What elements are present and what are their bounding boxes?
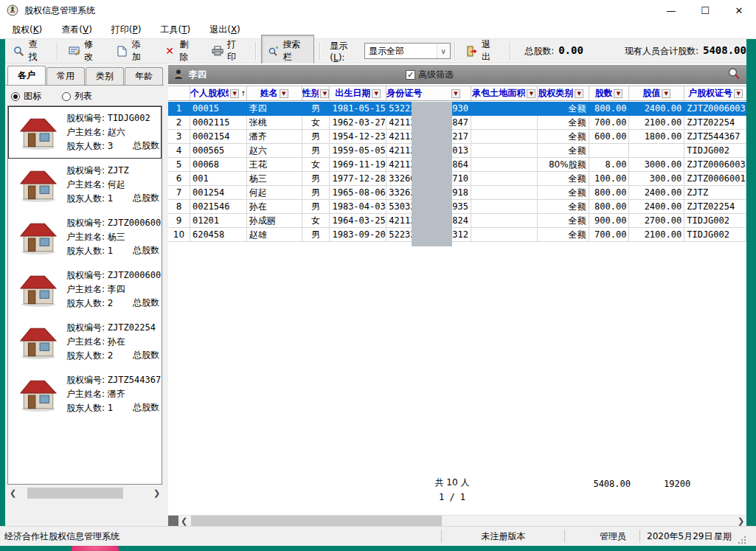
filter-dropdown-icon[interactable]: ▼ (320, 89, 329, 98)
column-header-7[interactable]: 股权类别▼ (538, 86, 589, 100)
household-card[interactable]: 股权编号: ZJTZ544367户主姓名: 潘齐股东人数: 1总股数 (8, 368, 162, 420)
column-header-6[interactable]: 承包土地面积▼ (471, 86, 538, 100)
filter-dropdown-icon[interactable]: ▼ (734, 89, 743, 98)
filter-dropdown-icon[interactable]: ▼ (451, 89, 460, 98)
table-cell: 孙在 (247, 200, 302, 214)
delete-button[interactable]: ✕ 删除 (158, 35, 203, 67)
minimize-button[interactable]: — (654, 0, 688, 21)
household-card[interactable]: 股权编号: ZJTZ02254户主姓名: 孙在股东人数: 2总股数 (8, 316, 162, 368)
table-row[interactable]: 80021546孙在男1983-04-03530321935全额800.0024… (168, 200, 746, 214)
filter-dropdown-icon[interactable]: ▼ (662, 89, 670, 98)
advanced-filter[interactable]: ✓ 高级筛选 (406, 69, 454, 81)
column-header-1[interactable]: 个人股权编号▼↑ (190, 86, 247, 100)
filter-dropdown-icon[interactable]: ▼ (372, 89, 381, 98)
print-button[interactable]: 打印 (205, 35, 250, 67)
table-cell: 1965-08-06 (330, 186, 386, 200)
sidebar-tab-类别[interactable]: 类别 (86, 67, 124, 85)
column-header-label: 股值 (642, 87, 660, 100)
table-cell: 全额 (538, 200, 589, 214)
card-code-line: 股权编号: ZJTZ0006001 (66, 216, 162, 230)
scroll-right-icon[interactable]: ❯ (151, 488, 162, 499)
display-dropdown[interactable]: 显示全部 ∨ (364, 43, 450, 59)
scroll-track[interactable] (190, 516, 735, 527)
table-cell: 001254 (190, 186, 247, 200)
table-cell: ZJTZ02254 (684, 200, 746, 214)
column-header-8[interactable]: 股数▼ (589, 86, 630, 100)
scroll-track[interactable] (18, 488, 151, 499)
search-bar-toggle[interactable]: 搜索栏 (261, 35, 314, 67)
table-cell: 1983-04-03 (330, 200, 386, 214)
exit-button[interactable]: 退出 (460, 35, 505, 67)
scroll-thumb[interactable] (191, 516, 442, 527)
view-option-list[interactable]: 列表 (62, 90, 92, 103)
house-icon (19, 325, 58, 359)
card-count-line: 股东人数: 1 (66, 192, 129, 206)
table-cell: 潘齐 (247, 130, 302, 144)
card-owner-line: 户主姓名: 何起 (66, 178, 129, 192)
filter-dropdown-icon[interactable]: ▼ (230, 89, 239, 98)
table-row[interactable]: 100015李四男1981-05-15532221930全额800.002400… (168, 102, 746, 116)
table-row[interactable]: 7001254何起男1965-08-06332622918全额800.00240… (168, 186, 746, 200)
table-cell: 3000.00 (629, 158, 684, 172)
exit-label: 退出 (482, 38, 499, 63)
filter-dropdown-icon[interactable]: ▼ (280, 89, 288, 98)
table-cell: 全额 (538, 186, 589, 200)
app-icon (7, 4, 18, 16)
modify-button[interactable]: 修改 (63, 35, 108, 67)
table-row[interactable]: 901201孙成丽女1964-03-25421122824全额900.00270… (168, 214, 746, 228)
household-card[interactable]: 股权编号: ZJTZ户主姓名: 何起股东人数: 1总股数 (8, 159, 162, 211)
sidebar-tab-常用[interactable]: 常用 (46, 67, 85, 85)
delete-label: 删除 (179, 38, 196, 63)
household-card-list: 股权编号: TIDJG002户主姓名: 赵六股东人数: 3总股数股权编号: ZJ… (7, 105, 162, 485)
resize-grip[interactable] (738, 536, 746, 544)
table-cell: 900.00 (589, 214, 630, 228)
advanced-filter-checkbox[interactable]: ✓ (406, 70, 415, 80)
magnifier-icon[interactable] (727, 67, 741, 80)
table-cell: 7 (168, 186, 190, 200)
household-card[interactable]: 股权编号: ZJTZ0006003户主姓名: 李四股东人数: 2总股数 (8, 263, 162, 316)
table-cell: 1 (168, 102, 190, 116)
close-button[interactable]: ✕ (722, 0, 756, 21)
table-row[interactable]: 500068王花女1969-11-1942112286480%股额8.00300… (168, 158, 746, 172)
filter-dropdown-icon[interactable]: ▼ (527, 89, 535, 98)
column-header-2[interactable]: 姓名▼ (247, 86, 302, 100)
column-header-9[interactable]: 股值▼ (629, 86, 684, 100)
table-cell (471, 200, 538, 214)
status-user: 管理员 (586, 530, 639, 543)
column-header-3[interactable]: 性别▼ (302, 86, 330, 100)
table-row[interactable]: 6001杨三男1977-12-28332604710全额100.00300.00… (168, 172, 746, 186)
table-row[interactable]: 4000565赵六男1959-05-05421120013全额TIDJG002 (168, 144, 746, 158)
table-row[interactable]: 30002154潘齐男1954-12-23421123217全额600.0018… (168, 130, 746, 144)
sidebar-horizontal-scrollbar[interactable]: ❮ ❯ (7, 488, 162, 499)
table-cell: 杨三 (247, 172, 302, 186)
card-code-line: 股权编号: ZJTZ (66, 164, 129, 178)
scroll-right-icon[interactable]: ❯ (735, 516, 746, 527)
table-cell (471, 116, 538, 130)
table-row[interactable]: 10620458赵雄男1983-09-20522321312全额700.0021… (168, 228, 746, 242)
household-card[interactable]: 股权编号: TIDJG002户主姓名: 赵六股东人数: 3总股数 (8, 106, 162, 159)
sidebar-tab-各户[interactable]: 各户 (7, 66, 46, 85)
scroll-left-icon[interactable]: ❮ (7, 488, 18, 499)
table-cell: 2400.00 (629, 102, 684, 116)
filter-dropdown-icon[interactable]: ▼ (575, 89, 583, 98)
view-option-icon[interactable]: 图标 (11, 90, 41, 103)
table-cell: 赵六 (247, 144, 302, 158)
add-button[interactable]: 添加 (110, 35, 155, 67)
maximize-button[interactable]: ☐ (688, 0, 722, 21)
find-button[interactable]: 查找 (7, 35, 52, 67)
view-toggle: 图标 列表 (11, 90, 92, 103)
household-card[interactable]: 股权编号: ZJTZ0006001户主姓名: 杨三股东人数: 1总股数 (8, 211, 162, 263)
scroll-left-icon[interactable]: ❮ (178, 516, 190, 527)
column-header-5[interactable]: 身份证号▼ (386, 86, 471, 100)
table-cell: 男 (302, 144, 330, 158)
table-cell: 00068 (190, 158, 247, 172)
filter-dropdown-icon[interactable]: ▼ (614, 89, 623, 98)
table-cell: 1977-12-28 (330, 172, 386, 186)
print-label: 打印 (227, 38, 244, 63)
column-header-4[interactable]: 出生日期▼ (330, 86, 386, 100)
sidebar-tab-年龄[interactable]: 年龄 (125, 67, 163, 85)
table-row[interactable]: 20002115张桃女1962-03-27421122847全额700.0021… (168, 116, 746, 130)
scroll-thumb[interactable] (27, 488, 123, 499)
column-header-10[interactable]: 户股权证号▼ (684, 86, 746, 100)
main-horizontal-scrollbar[interactable]: ❮ ❯ (168, 515, 746, 526)
